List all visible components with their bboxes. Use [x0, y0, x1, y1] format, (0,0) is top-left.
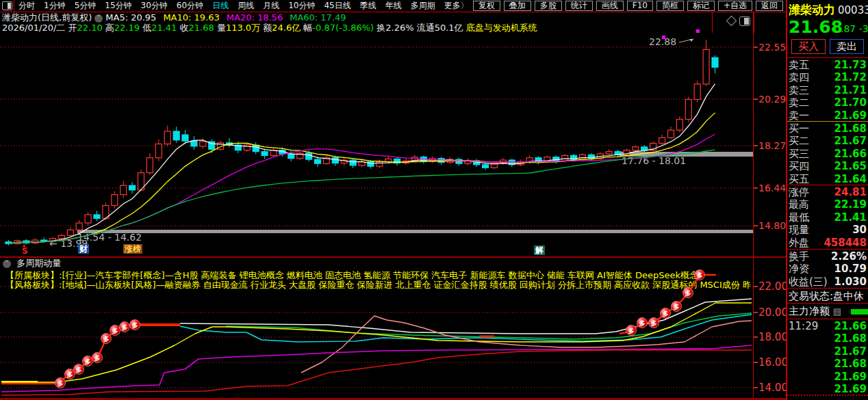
- period-tabs: 分时1分钟5分钟15分钟30分钟60分钟日线周线月线10分钟45日线季线年线多周…: [18, 0, 469, 12]
- ask-row[interactable]: 卖二21.70: [789, 96, 867, 109]
- toolbar: 分时1分钟5分钟15分钟30分钟60分钟日线周线月线10分钟45日线季线年线多周…: [0, 0, 786, 12]
- stock-name[interactable]: 潍柴动力000338: [789, 2, 868, 18]
- stat-value: 30: [852, 224, 867, 236]
- period-tab-周线[interactable]: 周线: [238, 0, 254, 12]
- ask-row[interactable]: 卖三21.71: [789, 84, 867, 96]
- stat-row: 最低21.41: [789, 211, 867, 224]
- main-force-label: 主力净额 ▤: [789, 305, 841, 318]
- style-sector-links[interactable]: 【风格板块】:[地域]—山东板块[风格]—融资融券 自由现金流 行业龙头 大盘股…: [5, 280, 750, 290]
- period-tab-月线[interactable]: 月线: [263, 0, 279, 12]
- action-button-复权[interactable]: 复权: [473, 1, 500, 11]
- ask-row[interactable]: 卖一21.69: [789, 109, 867, 122]
- ask-row[interactable]: 卖四21.72: [789, 71, 867, 83]
- panel-separator: [0, 256, 786, 258]
- action-button-叠加[interactable]: 叠加: [504, 1, 531, 11]
- ask-value: 21.73: [834, 59, 867, 71]
- tick-row: 21.67: [789, 345, 867, 358]
- candle-body: [659, 137, 665, 143]
- chart-title-row: 潍柴动力(日线,前复权)˅MA5: 20.95MA10: 19.63MA20: …: [2, 12, 707, 23]
- period-tab-30分钟[interactable]: 30分钟: [141, 0, 168, 12]
- ask-row[interactable]: 卖五21.73: [789, 59, 867, 71]
- action-button-简框[interactable]: 简框: [656, 1, 684, 11]
- stat-value: 2.26%: [831, 250, 867, 263]
- bid-row[interactable]: 买一21.68: [789, 122, 867, 135]
- cost-zone-band: [77, 230, 753, 233]
- info-label: 幅: [303, 23, 312, 33]
- period-tab-更多〉[interactable]: 更多〉: [444, 0, 469, 12]
- period-tab-季线[interactable]: 季线: [360, 0, 376, 12]
- candle-body: [67, 230, 73, 235]
- corner-icon-cell: [712, 12, 754, 33]
- period-momentum-line: [1, 325, 135, 384]
- sell-button[interactable]: 卖出: [830, 39, 864, 54]
- info-value: 21.68: [189, 23, 217, 33]
- bid-label: 买五: [789, 173, 809, 185]
- stat-row: 换手2.26%: [789, 250, 867, 263]
- ask-label: 卖二: [789, 96, 809, 109]
- chart-badge-涨榜[interactable]: 涨榜: [123, 244, 142, 254]
- stock-code: 000338: [838, 4, 868, 16]
- action-button-统计[interactable]: 统计: [565, 1, 593, 11]
- period-tab-多周期[interactable]: 多周期: [411, 0, 435, 12]
- tick-row: 21.68: [789, 358, 867, 370]
- window-split-icon[interactable]: [2, 1, 12, 10]
- period-tab-15分钟[interactable]: 15分钟: [105, 0, 131, 12]
- bid-value: 21.64: [834, 173, 867, 185]
- diamond-icon[interactable]: [726, 16, 737, 27]
- chevron-down-icon[interactable]: ˅: [3, 260, 11, 268]
- period-tab-1分钟[interactable]: 1分钟: [44, 0, 66, 12]
- tdx-stock-app: 22.5520.2918.2716.4414.8017.76 - 18.0114…: [0, 0, 868, 400]
- info-value: 113.0万: [226, 23, 263, 33]
- buy-button[interactable]: 买入: [791, 39, 826, 54]
- main-candlestick-chart[interactable]: 22.5520.2918.2716.4414.8017.76 - 18.0114…: [0, 0, 786, 400]
- period-tab-日线[interactable]: 日线: [212, 0, 229, 12]
- tick-price: 21.68: [834, 358, 867, 370]
- candle-body: [376, 161, 383, 166]
- window-layout-icon[interactable]: [739, 16, 750, 26]
- candle-body: [712, 57, 718, 67]
- candle-body: [155, 144, 162, 158]
- list-icon[interactable]: ▤: [833, 306, 841, 317]
- period-tab-5分钟[interactable]: 5分钟: [75, 0, 97, 12]
- stat-value: 24.81: [834, 186, 867, 198]
- action-button-F10[interactable]: F10: [627, 1, 653, 11]
- candle-body: [85, 215, 91, 223]
- bid-label: 买一: [789, 122, 809, 135]
- bid-row[interactable]: 买四21.65: [789, 160, 867, 172]
- ask-value: 21.69: [834, 109, 867, 122]
- period-tab-分时[interactable]: 分时: [18, 0, 35, 12]
- ask-value: 21.72: [834, 71, 867, 83]
- action-button-返回[interactable]: 返回: [756, 1, 783, 11]
- period-tab-10分钟[interactable]: 10分钟: [288, 0, 315, 12]
- candle-body: [633, 147, 639, 150]
- action-button-画线[interactable]: 画线: [596, 1, 624, 11]
- bid-row[interactable]: 买三21.66: [789, 148, 867, 160]
- ask-label: 卖五: [789, 59, 809, 71]
- period-tab-60分钟[interactable]: 60分钟: [177, 0, 203, 12]
- period-tab-年线[interactable]: 年线: [385, 0, 402, 12]
- chevron-down-icon[interactable]: ˅: [94, 14, 103, 23]
- momentum-axis-label: 14.00: [758, 382, 786, 394]
- candle-body: [182, 135, 188, 141]
- bid-row[interactable]: 买二21.67: [789, 135, 867, 147]
- chart-badge-财[interactable]: 财: [78, 244, 89, 254]
- candle-body: [685, 99, 691, 119]
- candle-body: [641, 147, 648, 150]
- ask-label: 卖三: [789, 84, 809, 96]
- action-button-多股[interactable]: 多股: [535, 1, 562, 11]
- momentum-axis-label: 22.00: [758, 280, 786, 293]
- stat-value: 458448: [824, 237, 867, 249]
- ask-value: 21.71: [834, 84, 867, 96]
- bid-value: 21.67: [834, 135, 867, 147]
- stat-row: 净资10.79: [789, 263, 867, 275]
- action-button-+自选[interactable]: +自选: [718, 1, 752, 11]
- bid-value: 21.65: [834, 160, 867, 172]
- industry-sector-links[interactable]: 【所属板块】:[行业]—汽车零部件[概念]—含H股 高端装备 锂电池概念 燃料电…: [5, 271, 750, 280]
- annotation-arrowhead: [689, 39, 693, 42]
- candle-body: [261, 152, 268, 156]
- chart-badge-解[interactable]: 解: [534, 245, 545, 255]
- period-tab-45日线[interactable]: 45日线: [324, 0, 350, 12]
- info-label: 收: [180, 23, 189, 33]
- bid-row[interactable]: 买五21.64: [789, 173, 867, 185]
- action-button-标记[interactable]: 标记: [687, 1, 715, 11]
